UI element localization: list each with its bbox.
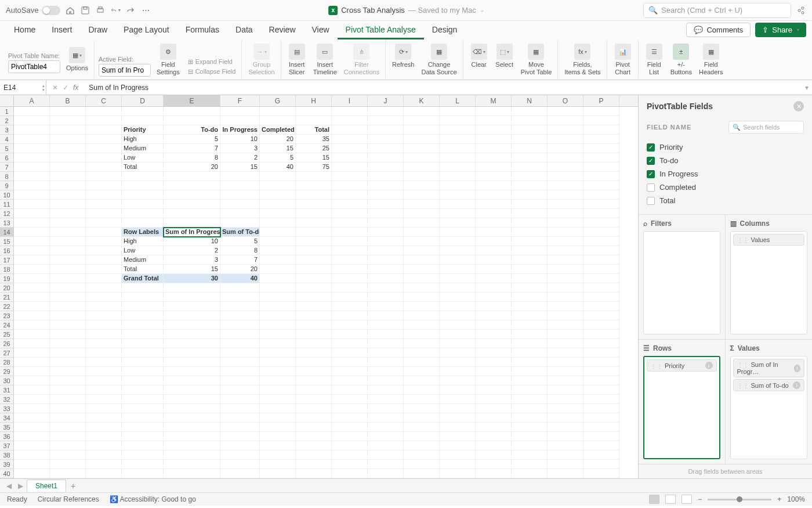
cell-F35[interactable]: [220, 423, 260, 432]
area-item[interactable]: ⋮⋮Values: [733, 234, 805, 246]
cell-G16[interactable]: [260, 246, 296, 255]
cell-L37[interactable]: [440, 441, 476, 451]
cell-K35[interactable]: [404, 423, 440, 432]
cell-H31[interactable]: [296, 385, 332, 395]
cell-B35[interactable]: [50, 423, 86, 432]
cell-P37[interactable]: [583, 441, 619, 451]
cell-L34[interactable]: [440, 413, 476, 423]
view-page-icon[interactable]: [665, 495, 676, 504]
cell-J15[interactable]: [368, 237, 404, 246]
cell-C37[interactable]: [86, 441, 122, 451]
checkbox-icon[interactable]: [647, 170, 655, 178]
cell-C23[interactable]: [86, 311, 122, 320]
cell-B18[interactable]: [50, 265, 86, 274]
cell-P21[interactable]: [583, 293, 619, 302]
field-completed[interactable]: Completed: [647, 181, 804, 194]
cell-B24[interactable]: [50, 320, 86, 330]
cell-J6[interactable]: [368, 153, 404, 163]
cell-G11[interactable]: [260, 200, 296, 209]
cell-D37[interactable]: [122, 441, 164, 451]
cell-O5[interactable]: [548, 144, 583, 153]
cell-O34[interactable]: [548, 413, 583, 423]
cell-L31[interactable]: [440, 385, 476, 395]
cell-F26[interactable]: [220, 339, 260, 348]
cell-H13[interactable]: [296, 218, 332, 228]
cell-C34[interactable]: [86, 413, 122, 423]
cell-D24[interactable]: [122, 320, 164, 330]
cell-N1[interactable]: [512, 107, 548, 116]
cell-E35[interactable]: [164, 423, 220, 432]
cell-B4[interactable]: [50, 135, 86, 144]
cell-H29[interactable]: [296, 367, 332, 376]
cell-A36[interactable]: [14, 432, 50, 441]
field-headers-button[interactable]: ▦Field Headers: [697, 42, 726, 76]
cell-O2[interactable]: [548, 116, 583, 125]
cell-C5[interactable]: [86, 144, 122, 153]
cell-G13[interactable]: [260, 218, 296, 228]
cell-B17[interactable]: [50, 255, 86, 265]
zoom-level[interactable]: 100%: [787, 495, 805, 503]
cell-A18[interactable]: [14, 265, 50, 274]
cell-M5[interactable]: [476, 144, 512, 153]
row-header-34[interactable]: 34: [0, 413, 13, 423]
cell-A10[interactable]: [14, 190, 50, 200]
cell-I9[interactable]: [332, 181, 368, 190]
cell-N3[interactable]: [512, 125, 548, 135]
cell-I17[interactable]: [332, 255, 368, 265]
refresh-button[interactable]: ⟳▾Refresh: [390, 42, 417, 69]
cell-M8[interactable]: [476, 172, 512, 181]
cell-B10[interactable]: [50, 190, 86, 200]
cell-G40[interactable]: [260, 469, 296, 478]
cell-K13[interactable]: [404, 218, 440, 228]
cell-G8[interactable]: [260, 172, 296, 181]
cell-H3[interactable]: Total: [296, 125, 332, 135]
cell-P4[interactable]: [583, 135, 619, 144]
cell-J9[interactable]: [368, 181, 404, 190]
cell-G12[interactable]: [260, 209, 296, 218]
share-button[interactable]: ⇪ Share ▾: [755, 23, 806, 37]
cell-K8[interactable]: [404, 172, 440, 181]
col-header-I[interactable]: I: [332, 95, 368, 106]
options-button[interactable]: ▦▾ Options: [64, 46, 90, 73]
cell-M10[interactable]: [476, 190, 512, 200]
cell-A30[interactable]: [14, 376, 50, 385]
cell-M24[interactable]: [476, 320, 512, 330]
cell-I38[interactable]: [332, 451, 368, 460]
cell-O9[interactable]: [548, 181, 583, 190]
cell-N10[interactable]: [512, 190, 548, 200]
row-header-5[interactable]: 5: [0, 144, 13, 153]
cell-C15[interactable]: [86, 237, 122, 246]
cell-F27[interactable]: [220, 348, 260, 358]
cell-B20[interactable]: [50, 283, 86, 293]
cell-L1[interactable]: [440, 107, 476, 116]
cell-O23[interactable]: [548, 311, 583, 320]
cell-A26[interactable]: [14, 339, 50, 348]
cell-F2[interactable]: [220, 116, 260, 125]
cell-E24[interactable]: [164, 320, 220, 330]
cell-D22[interactable]: [122, 302, 164, 311]
cell-J32[interactable]: [368, 395, 404, 404]
cell-D10[interactable]: [122, 190, 164, 200]
checkbox-icon[interactable]: [647, 183, 655, 192]
save-icon[interactable]: [80, 5, 90, 16]
cell-D25[interactable]: [122, 330, 164, 339]
row-header-2[interactable]: 2: [0, 116, 13, 125]
cell-H32[interactable]: [296, 395, 332, 404]
cell-P18[interactable]: [583, 265, 619, 274]
cell-D4[interactable]: High: [122, 135, 164, 144]
cell-D26[interactable]: [122, 339, 164, 348]
cell-J3[interactable]: [368, 125, 404, 135]
cell-B38[interactable]: [50, 451, 86, 460]
cell-E15[interactable]: 10: [164, 237, 220, 246]
cell-B5[interactable]: [50, 144, 86, 153]
cell-C40[interactable]: [86, 469, 122, 478]
cell-L12[interactable]: [440, 209, 476, 218]
cell-B33[interactable]: [50, 404, 86, 413]
view-normal-icon[interactable]: [649, 495, 659, 504]
cell-I16[interactable]: [332, 246, 368, 255]
cell-H28[interactable]: [296, 358, 332, 367]
row-header-28[interactable]: 28: [0, 358, 13, 367]
cell-G37[interactable]: [260, 441, 296, 451]
cell-K3[interactable]: [404, 125, 440, 135]
cell-I27[interactable]: [332, 348, 368, 358]
